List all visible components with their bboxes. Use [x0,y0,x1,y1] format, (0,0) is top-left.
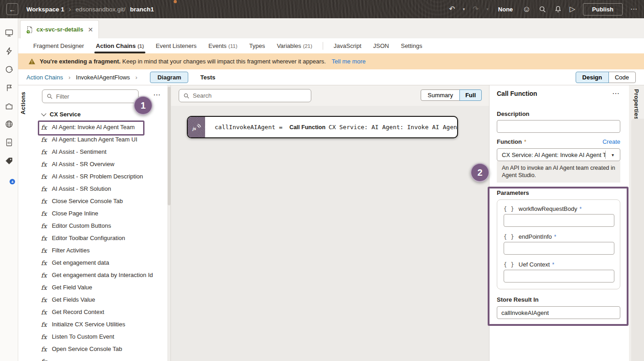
parameter-input-endPointInfo[interactable] [504,242,614,255]
tab-settings[interactable]: Settings [395,38,428,53]
redo-icon[interactable]: ↷ [473,5,479,13]
action-item-label: AI Assist - SR Overview [52,161,114,167]
chevron-right-icon: › [68,74,70,81]
tab-variables[interactable]: Variables(21) [271,38,318,53]
fragments-puzzle-icon[interactable] [5,101,14,110]
canvas-search-icon [183,93,190,99]
merge-state-label[interactable]: None [498,6,513,13]
action-item[interactable]: fxClose Service Console Tab [18,195,167,207]
action-item[interactable]: fxGet engagement data [18,256,167,269]
tab-event-listeners[interactable]: Event Listeners [150,38,203,53]
repo-name[interactable]: edsonsandbox.git/ [76,6,126,13]
description-input[interactable] [497,120,620,133]
actions-list-scrollbar[interactable] [167,85,171,361]
diagram-view-button[interactable]: Diagram [150,72,188,83]
action-item[interactable]: fxListen To Custom Event [18,330,167,343]
app-uis-monitor-icon[interactable] [5,28,14,37]
design-toggle-button[interactable]: Design [576,72,609,83]
connections-lightning-icon[interactable] [5,47,14,56]
canvas-search-input[interactable] [193,92,298,99]
actions-panel-menu-icon[interactable]: ⋯ [153,90,161,99]
action-item[interactable]: fxGet Fields Value [18,293,167,306]
action-item[interactable]: fxGet engagement data by Interaction Id [18,269,167,281]
back-button[interactable]: ← [6,3,18,15]
action-item-label: AI Agent: Launch Agent Team UI [52,136,138,143]
action-item[interactable]: fxClose Page Inline [18,207,167,220]
undo-menu-caret-icon[interactable]: ▾ [463,7,465,11]
fx-function-icon: fx [41,235,47,242]
action-item[interactable]: fxEditor Toolbar Configuration [18,232,167,244]
fx-function-icon: fx [41,124,47,131]
diagram-canvas[interactable]: Summary Full js callInvokeAIAgent = Call… [171,85,489,361]
parameters-label: Parameters [497,189,529,196]
scrollbar-thumb[interactable] [168,87,170,205]
parameter-field: { }endPointInfo* [504,233,613,255]
summary-toggle-button[interactable]: Summary [421,89,460,101]
fx-function-icon: fx [41,198,47,205]
action-item-label: Get Record Context [52,309,104,315]
tests-view-button[interactable]: Tests [200,74,215,81]
parameter-input-workflowRequestBody[interactable] [504,214,614,227]
action-item[interactable]: fxAI Assist - SR Solution [18,183,167,195]
action-item[interactable]: fxAI Assist - SR Problem Description [18,170,167,183]
tab-javascript[interactable]: JavaScript [328,38,367,53]
function-select[interactable]: CX Service: AI Agent: Invoke AI Agent Te… [497,148,620,161]
action-item[interactable]: fxGet Record Context [18,306,167,318]
redo-menu-caret-icon[interactable]: ▾ [486,7,489,11]
select-caret-icon[interactable]: ▾ [605,151,620,159]
search-icon[interactable] [539,5,546,13]
actions-filter-input[interactable] [56,93,124,100]
workspace-breadcrumb: Workspace 1 › edsonsandbox.git/ branch1 [26,5,154,13]
run-play-icon[interactable]: ▷ [570,5,575,13]
action-item[interactable]: fxGet Field Value [18,281,167,293]
action-item[interactable]: fxEditor Custom Buttons [18,220,167,232]
create-function-link[interactable]: Create [603,138,620,145]
tab-fragment-designer[interactable]: Fragment Designer [27,38,90,53]
header-overflow-menu-icon[interactable]: ⋯ [630,5,638,13]
tab-action-chains[interactable]: Action Chains(1) [90,38,149,53]
action-item[interactable]: fxFilter Activities [18,244,167,256]
tab-events[interactable]: Events(11) [202,38,243,53]
action-item[interactable]: fxAI Assist - Sentiment [18,146,167,158]
undo-icon[interactable]: ↶ [449,5,455,13]
action-item-label: Filter Activities [52,247,90,254]
action-item[interactable]: fxInitialize CX Service Utilities [18,318,167,330]
action-item[interactable]: fxAI Agent: Invoke AI Agent Team [18,121,167,133]
tab-json[interactable]: JSON [367,38,395,53]
close-tab-icon[interactable]: ✕ [88,26,93,33]
action-item[interactable]: fxOpen Service Console Tab [18,343,167,355]
full-toggle-button[interactable]: Full [459,89,482,101]
required-asterisk: * [552,262,554,268]
source-code-file-icon[interactable] [5,138,14,147]
properties-vertical-tab[interactable]: Properties [633,89,640,120]
action-item[interactable]: fx [18,355,167,361]
tell-me-more-link[interactable]: Tell me more [332,58,366,65]
breadcrumb-action-chains[interactable]: Action Chains [26,74,63,81]
processes-flag-icon[interactable] [5,83,14,92]
branch-name[interactable]: branch1 [130,6,154,13]
tags-icon[interactable] [5,157,14,166]
action-item-label: Initialize CX Service Utilities [52,321,125,328]
service-target-icon[interactable] [5,65,14,74]
feedback-smiley-icon[interactable]: ☺ [522,5,531,13]
action-item[interactable]: fxAI Agent: Launch Agent Team UI [18,133,167,146]
parameter-name: workflowRequestBody [519,205,577,212]
node-keyword: Call Function [289,124,325,131]
fx-function-icon: fx [41,284,47,291]
doc-tab-cx-svc-sr-details[interactable]: cx-svc-sr-details ✕ [20,20,99,38]
notifications-bell-icon[interactable] [554,5,562,13]
store-result-in-input[interactable] [497,306,620,319]
object-brace-icon: { } [504,234,515,240]
call-function-node[interactable]: js callInvokeAIAgent = Call Function CX … [187,116,458,138]
code-toggle-button[interactable]: Code [608,72,636,83]
cx-service-section-header[interactable]: CX Service [42,111,81,118]
properties-menu-icon[interactable]: ⋯ [612,89,620,98]
actions-vertical-tab[interactable]: Actions [20,92,26,115]
action-item[interactable]: fxAI Assist - SR Overview [18,158,167,170]
publish-button[interactable]: Publish [583,3,623,16]
translations-globe-icon[interactable] [5,120,14,129]
action-chain-view-bar: Action Chains › InvokeAIAgentFlows › Dia… [18,69,644,85]
workspace-name[interactable]: Workspace 1 [26,6,64,13]
tab-types[interactable]: Types [243,38,271,53]
parameter-input-uef-context[interactable] [504,270,614,283]
